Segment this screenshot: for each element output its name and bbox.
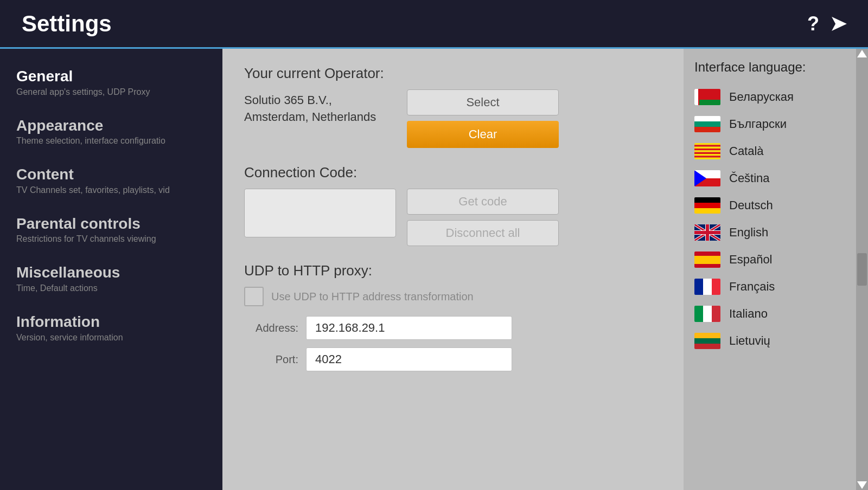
sidebar-item-appearance[interactable]: Appearance Theme selection, interface co… — [11, 114, 212, 149]
sidebar-item-subtitle-appearance: Theme selection, interface configuratio — [16, 136, 206, 146]
sidebar-item-miscellaneous[interactable]: Miscellaneous Time, Default actions — [11, 261, 212, 295]
language-name-7: Français — [729, 280, 775, 294]
operator-line1: Solutio 365 B.V., — [244, 93, 332, 107]
address-row: Address: — [244, 316, 662, 340]
svg-rect-5 — [694, 152, 720, 154]
main-layout: General General app's settings, UDP Prox… — [0, 49, 868, 490]
sidebar-item-title-parental: Parental controls — [16, 215, 206, 233]
language-item-4[interactable]: Deutsch — [684, 192, 868, 219]
address-input[interactable] — [306, 316, 512, 340]
sidebar-item-title-information: Information — [16, 313, 206, 331]
sidebar-item-general[interactable]: General General app's settings, UDP Prox… — [11, 65, 212, 99]
scrollbar-track — [856, 49, 868, 490]
language-item-8[interactable]: Italiano — [684, 300, 868, 327]
content-arrow — [222, 262, 231, 277]
svg-rect-1 — [694, 145, 720, 146]
language-item-9[interactable]: Lietuvių — [684, 327, 868, 354]
port-row: Port: — [244, 347, 662, 371]
connection-code-input[interactable] — [244, 189, 396, 237]
sidebar-item-content[interactable]: Content TV Channels set, favorites, play… — [11, 163, 212, 197]
scrollbar-down-arrow[interactable] — [857, 481, 867, 489]
select-operator-button[interactable]: Select — [407, 89, 559, 115]
sidebar-item-subtitle-content: TV Channels set, favorites, playlists, v… — [16, 185, 206, 195]
language-name-5: English — [729, 225, 768, 240]
svg-rect-4 — [694, 150, 720, 152]
language-item-2[interactable]: Català — [684, 138, 868, 165]
operator-line2: Amsterdam, Netherlands — [244, 110, 376, 124]
disconnect-all-button[interactable]: Disconnect all — [407, 220, 559, 246]
operator-row: Solutio 365 B.V., Amsterdam, Netherlands… — [244, 89, 662, 148]
get-code-button[interactable]: Get code — [407, 189, 559, 215]
sidebar-item-title-miscellaneous: Miscellaneous — [16, 263, 206, 282]
language-name-3: Čeština — [729, 171, 770, 185]
scrollbar-up-arrow[interactable] — [857, 50, 867, 57]
sidebar-item-subtitle-miscellaneous: Time, Default actions — [16, 283, 206, 293]
language-item-1[interactable]: Български — [684, 111, 868, 138]
connection-buttons: Get code Disconnect all — [407, 189, 559, 246]
operator-section: Your current Operator: Solutio 365 B.V.,… — [244, 65, 662, 148]
sidebar: General General app's settings, UDP Prox… — [0, 49, 222, 490]
language-item-5[interactable]: English — [684, 219, 868, 246]
language-name-4: Deutsch — [729, 198, 773, 212]
language-name-9: Lietuvių — [729, 334, 770, 348]
header: Settings ? ➤ — [0, 0, 868, 49]
clear-operator-button[interactable]: Clear — [407, 121, 559, 148]
operator-buttons: Select Clear — [407, 89, 559, 148]
svg-rect-6 — [694, 154, 720, 156]
language-item-6[interactable]: Español — [684, 246, 868, 273]
sidebar-item-title-appearance: Appearance — [16, 117, 206, 135]
language-item-7[interactable]: Français — [684, 273, 868, 300]
language-item-3[interactable]: Čeština — [684, 165, 868, 192]
udp-checkbox-label: Use UDP to HTTP address transformation — [271, 291, 474, 303]
language-panel: Interface language: Беларуская Български… — [684, 49, 868, 490]
header-actions: ? ➤ — [807, 12, 846, 35]
language-name-8: Italiano — [729, 307, 768, 321]
port-input[interactable] — [306, 347, 512, 371]
sidebar-item-title-general: General — [16, 67, 206, 86]
share-button[interactable]: ➤ — [830, 12, 846, 35]
sidebar-item-parental[interactable]: Parental controls Restrictions for TV ch… — [11, 212, 212, 247]
sidebar-item-title-content: Content — [16, 165, 206, 184]
svg-rect-3 — [694, 149, 720, 150]
language-name-1: Български — [729, 117, 787, 131]
connection-code-section: Connection Code: Get code Disconnect all — [244, 164, 662, 246]
sidebar-item-subtitle-parental: Restrictions for TV channels viewing — [16, 234, 206, 244]
language-name-6: Español — [729, 253, 773, 267]
language-panel-title: Interface language: — [684, 60, 868, 83]
udp-checkbox-row: Use UDP to HTTP address transformation — [244, 287, 662, 306]
connection-code-label: Connection Code: — [244, 164, 662, 181]
udp-label: UDP to HTTP proxy: — [244, 262, 662, 279]
help-button[interactable]: ? — [807, 12, 819, 35]
connection-row: Get code Disconnect all — [244, 189, 662, 246]
svg-rect-7 — [694, 156, 720, 157]
language-name-0: Беларуская — [729, 90, 794, 104]
language-name-2: Català — [729, 144, 764, 158]
svg-rect-8 — [694, 158, 720, 159]
svg-rect-2 — [694, 147, 720, 149]
port-label: Port: — [244, 353, 298, 366]
operator-label: Your current Operator: — [244, 65, 662, 82]
content-area: Your current Operator: Solutio 365 B.V.,… — [222, 49, 868, 490]
udp-section: UDP to HTTP proxy: Use UDP to HTTP addre… — [244, 262, 662, 371]
svg-rect-0 — [694, 143, 720, 145]
language-list: Беларуская Български Català Čeština — [684, 83, 868, 470]
address-label: Address: — [244, 322, 298, 334]
scrollbar-thumb[interactable] — [857, 253, 867, 286]
page-title: Settings — [22, 11, 112, 37]
svg-rect-17 — [694, 231, 720, 234]
sidebar-item-subtitle-information: Version, service information — [16, 333, 206, 343]
operator-value: Solutio 365 B.V., Amsterdam, Netherlands — [244, 89, 396, 126]
language-item-0[interactable]: Беларуская — [684, 83, 868, 111]
sidebar-item-subtitle-general: General app's settings, UDP Proxy — [16, 87, 206, 97]
content-main: Your current Operator: Solutio 365 B.V.,… — [222, 49, 684, 490]
udp-checkbox[interactable] — [244, 287, 264, 306]
sidebar-item-information[interactable]: Information Version, service information — [11, 311, 212, 345]
